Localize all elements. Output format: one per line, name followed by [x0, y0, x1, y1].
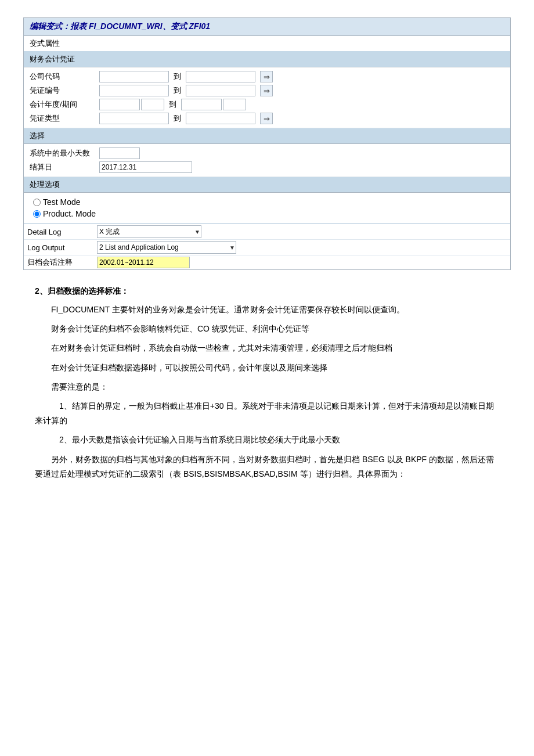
settlement-date-row: 结算日 — [30, 160, 504, 174]
finance-voucher-header: 财务会计凭证 — [24, 52, 510, 67]
settlement-date-input[interactable] — [99, 161, 192, 173]
paragraph-6: 另外，财务数据的归档与其他对象的归档有所不同，当对财务数据归档时，首先是归档 B… — [35, 452, 499, 481]
voucher-type-arrow-btn[interactable]: ⇒ — [260, 113, 273, 124]
fiscal-year-label: 会计年度/期间 — [30, 99, 99, 110]
panel-title-text: 编辑变式：报表 FI_DOCUMNT_WRI、变式 ZFI01 — [30, 21, 210, 31]
archive-comment-input[interactable] — [97, 257, 190, 268]
select-header: 选择 — [24, 128, 510, 144]
company-code-input-to[interactable] — [186, 71, 255, 82]
company-code-to: 到 — [174, 71, 181, 82]
product-mode-radio[interactable] — [33, 210, 41, 218]
process-options-header: 处理选项 — [24, 177, 510, 193]
finance-voucher-label: 财务会计凭证 — [30, 55, 75, 63]
sub-paragraph-1: 1、结算日的界定，一般为归档截止基准日+30 日。系统对于非未清项是以记账日期来… — [35, 399, 499, 428]
test-mode-label: Test Mode — [43, 197, 81, 207]
panel-title: 编辑变式：报表 FI_DOCUMNT_WRI、变式 ZFI01 — [24, 18, 510, 36]
voucher-num-arrow-btn[interactable]: ⇒ — [260, 85, 273, 96]
detail-log-label: Detail Log — [27, 228, 97, 236]
paragraph-3: 在对财务会计凭证归档时，系统会自动做一些检查，尤其对未清项管理，必须清理之后才能… — [35, 341, 499, 355]
select-label: 选择 — [30, 131, 45, 140]
voucher-num-label: 凭证编号 — [30, 85, 99, 96]
log-output-select[interactable]: 2 List and Application Log 1 Application… — [97, 241, 236, 254]
voucher-num-row: 凭证编号 到 ⇒ — [30, 84, 504, 98]
fiscal-year-input-from-year[interactable] — [99, 99, 140, 110]
company-code-input-from[interactable] — [99, 71, 169, 82]
min-days-row: 系统中的最小天数 — [30, 146, 504, 160]
log-output-label: Log Output — [27, 243, 97, 252]
min-days-label: 系统中的最小天数 — [30, 148, 99, 159]
product-mode-row: Product. Mode — [33, 208, 501, 219]
finance-voucher-area: 公司代码 到 ⇒ 凭证编号 到 ⇒ 会计年度/期间 到 凭证类型 到 — [24, 67, 510, 128]
test-mode-radio[interactable] — [33, 199, 41, 206]
voucher-type-input-to[interactable] — [186, 113, 255, 124]
voucher-type-label: 凭证类型 — [30, 113, 99, 124]
voucher-type-row: 凭证类型 到 ⇒ — [30, 111, 504, 125]
fiscal-year-input-to-year[interactable] — [181, 99, 222, 110]
voucher-type-to: 到 — [174, 113, 181, 124]
section-title: 2、归档数据的选择标准： — [35, 286, 499, 297]
paragraph-2: 财务会计凭证的归档不会影响物料凭证、CO 统驭凭证、利润中心凭证等 — [35, 322, 499, 336]
test-mode-row: Test Mode — [33, 196, 501, 208]
voucher-num-input-to[interactable] — [186, 85, 255, 96]
content-area: 2、归档数据的选择标准： FI_DOCUMENT 主要针对的业务对象是会计凭证。… — [23, 286, 511, 481]
archive-comment-row: 归档会话注释 — [24, 255, 510, 269]
voucher-num-input-from[interactable] — [99, 85, 169, 96]
archive-comment-label: 归档会话注释 — [27, 257, 97, 268]
paragraph-4: 在对会计凭证归档数据选择时，可以按照公司代码，会计年度以及期间来选择 — [35, 361, 499, 375]
process-options-label: 处理选项 — [30, 180, 60, 189]
paragraph-1: FI_DOCUMENT 主要针对的业务对象是会计凭证。通常财务会计凭证需要保存较… — [35, 303, 499, 317]
voucher-type-input-from[interactable] — [99, 113, 169, 124]
process-options-area: Test Mode Product. Mode — [24, 193, 510, 224]
sub-paragraph-2: 2、最小天数是指该会计凭证输入日期与当前系统日期比较必须大于此最小天数 — [35, 433, 499, 447]
fiscal-year-to: 到 — [169, 99, 176, 110]
paragraph-5: 需要注意的是： — [35, 380, 499, 394]
fiscal-year-row: 会计年度/期间 到 — [30, 98, 504, 111]
props-label-text: 变式属性 — [30, 39, 60, 48]
detail-log-select-container: X 完成 E 仅错误 无 ▼ — [97, 225, 201, 238]
company-code-row: 公司代码 到 ⇒ — [30, 70, 504, 84]
detail-log-row: Detail Log X 完成 E 仅错误 无 ▼ — [24, 224, 510, 240]
select-area: 系统中的最小天数 结算日 — [24, 144, 510, 177]
product-mode-label: Product. Mode — [43, 209, 96, 218]
props-section-label: 变式属性 — [24, 36, 510, 51]
company-code-arrow-btn[interactable]: ⇒ — [260, 71, 273, 82]
fiscal-year-input-from-period[interactable] — [141, 99, 164, 110]
log-output-row: Log Output 2 List and Application Log 1 … — [24, 240, 510, 255]
log-output-select-container: 2 List and Application Log 1 Application… — [97, 241, 236, 254]
company-code-label: 公司代码 — [30, 71, 99, 82]
sap-form-panel: 编辑变式：报表 FI_DOCUMNT_WRI、变式 ZFI01 变式属性 财务会… — [23, 17, 511, 270]
voucher-num-to: 到 — [174, 85, 181, 96]
settlement-date-label: 结算日 — [30, 162, 99, 172]
fiscal-year-input-to-period[interactable] — [223, 99, 246, 110]
detail-log-select[interactable]: X 完成 E 仅错误 无 — [97, 225, 201, 238]
min-days-input[interactable] — [99, 147, 140, 159]
